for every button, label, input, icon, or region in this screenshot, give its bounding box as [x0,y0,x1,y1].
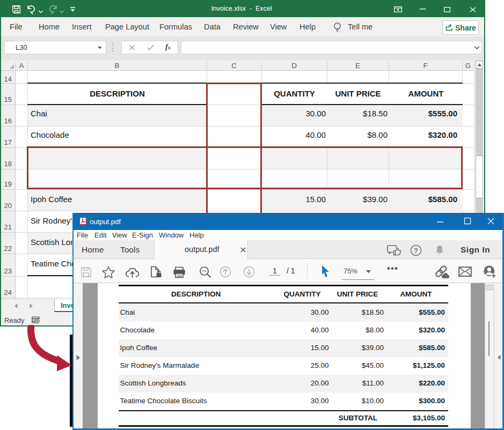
svg-text:?: ? [414,247,418,255]
